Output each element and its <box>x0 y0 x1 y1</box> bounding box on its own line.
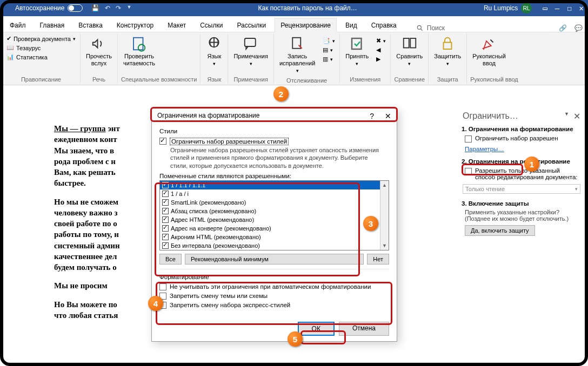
block-quickstyle-checkbox[interactable]: Запретить смену набора экспресс-стилей <box>159 301 389 310</box>
restrict-editing-checkbox[interactable]: Разрешить только указанный способ редакт… <box>462 166 582 182</box>
check-document-button[interactable]: ✔Проверка документа▾ <box>5 35 77 43</box>
minimize-icon[interactable]: — <box>555 4 559 12</box>
checkbox-icon[interactable] <box>162 199 169 206</box>
start-enforcement-button[interactable]: Да, включить защиту <box>465 225 535 236</box>
redo-icon[interactable]: ↷ <box>116 4 121 12</box>
previous-change-button[interactable]: ◀ <box>375 46 387 54</box>
editing-type-select[interactable]: Только чтение▾ <box>463 184 580 194</box>
cancel-button[interactable]: Отмена <box>339 322 389 336</box>
show-markup-button[interactable]: ▤▾ <box>322 46 336 54</box>
list-item[interactable]: SmartLink (рекомендовано) <box>160 198 389 207</box>
read-aloud-button[interactable]: Прочесть вслух <box>84 35 114 68</box>
styles-description: Ограничение набора разрешенных стилей ус… <box>170 146 389 170</box>
pane-close-icon[interactable]: ✕ <box>573 111 580 121</box>
tab-layout[interactable]: Макет <box>162 18 191 32</box>
group-label: Правописание <box>5 74 77 83</box>
tab-insert[interactable]: Вставка <box>73 18 108 32</box>
share-icon[interactable]: 🔗 <box>559 24 567 32</box>
pane-section-1: 1. Ограничения на форматирование <box>462 125 582 133</box>
tab-help[interactable]: Справка <box>366 18 402 32</box>
read-aloud-icon <box>91 36 107 52</box>
comments-icon[interactable]: 💬 <box>574 24 583 32</box>
quick-access-toolbar: 💾 ↶ ↷ ▼ <box>91 4 131 12</box>
list-item[interactable]: Адрес HTML (рекомендовано) <box>160 215 389 224</box>
list-item[interactable]: Без интервала (рекомендовано) <box>160 241 389 250</box>
reject-button[interactable]: ✖▾ <box>375 37 387 45</box>
autosave-toggle[interactable]: Автосохранение <box>15 4 83 12</box>
qat-dropdown-icon[interactable]: ▼ <box>126 4 131 12</box>
select-all-button[interactable]: Все <box>159 254 182 265</box>
list-item[interactable]: Абзац списка (рекомендовано) <box>160 207 389 215</box>
checkbox-icon[interactable] <box>162 208 169 214</box>
block-theme-checkbox[interactable]: Запретить смену темы или схемы <box>159 292 389 301</box>
list-item[interactable]: Акроним HTML (рекомендовано) <box>160 233 389 241</box>
formatting-settings-link[interactable]: Параметры… <box>465 146 504 152</box>
compare-button[interactable]: Сравнить▾ <box>394 35 425 68</box>
scroll-down-icon[interactable]: ▼ <box>380 241 389 250</box>
maximize-icon[interactable]: ☐ <box>567 4 571 12</box>
next-change-button[interactable]: ▶ <box>375 55 387 63</box>
checkbox-icon[interactable] <box>162 225 169 232</box>
checkbox-icon[interactable] <box>162 242 169 249</box>
pane-options-icon[interactable]: ▼ <box>564 111 569 121</box>
tab-mailings[interactable]: Рассылки <box>231 18 271 32</box>
tab-file[interactable]: Файл <box>4 18 31 32</box>
list-item[interactable]: Веб-таблица 1 <box>160 250 389 250</box>
ink-button[interactable]: Рукописный ввод <box>470 35 508 68</box>
display-for-review-button[interactable]: 📑▾ <box>322 37 336 45</box>
list-item[interactable]: Адрес на конверте (рекомендовано) <box>160 224 389 233</box>
checkbox-icon[interactable] <box>159 283 166 290</box>
checkbox-icon[interactable] <box>162 216 169 223</box>
select-none-button[interactable]: Нет <box>367 254 389 265</box>
close-icon[interactable]: ✕ <box>579 4 584 12</box>
tab-references[interactable]: Ссылки <box>195 18 228 32</box>
reviewing-pane-button[interactable]: ▥▾ <box>322 55 336 63</box>
tab-design[interactable]: Конструктор <box>111 18 159 32</box>
ok-button[interactable]: ОК <box>298 322 335 336</box>
enforce-hint: Применить указанные настройки? (Позднее … <box>462 208 582 223</box>
checkbox-icon[interactable] <box>162 182 169 188</box>
search-box[interactable]: Поиск <box>416 24 556 32</box>
limit-styles-checkbox[interactable]: Ограничить набор разрешенных стилей <box>159 137 389 146</box>
track-changes-button[interactable]: Запись исправлений▾ <box>277 35 317 75</box>
tab-home[interactable]: Главная <box>35 18 70 32</box>
list-item[interactable]: 1 / a / i <box>160 189 389 198</box>
window-controls: ▭ — ☐ ✕ <box>543 4 584 12</box>
group-speech: Прочесть вслух Речь <box>81 33 118 84</box>
thesaurus-button[interactable]: 📖Тезаурус <box>5 44 77 52</box>
checkbox-icon[interactable] <box>465 135 472 143</box>
callout-marker-2: 2 <box>273 86 289 101</box>
save-icon[interactable]: 💾 <box>91 4 99 12</box>
dialog-help-icon[interactable]: ? <box>370 112 374 120</box>
tab-view[interactable]: Вид <box>340 18 363 32</box>
autoformat-override-checkbox[interactable]: Не учитывать эти ограничения при автомат… <box>159 282 389 292</box>
checkbox-icon[interactable] <box>162 191 169 197</box>
user-avatar-icon[interactable]: RL <box>521 3 532 13</box>
undo-icon[interactable]: ↶ <box>105 4 110 12</box>
comments-button[interactable]: Примечания▾ <box>231 35 270 68</box>
chevron-down-icon: ▾ <box>575 186 578 192</box>
ribbon-options-icon[interactable]: ▭ <box>543 4 547 12</box>
group-protect: Защитить▾ Защита <box>429 33 467 84</box>
word-count-button[interactable]: 📊Статистика <box>5 53 77 61</box>
accept-button[interactable]: Принять▾ <box>343 35 371 68</box>
dialog-title-bar[interactable]: Ограничения на форматирование ? ✕ <box>152 109 397 124</box>
recommended-minimum-button[interactable]: Рекомендованный минимум <box>185 254 364 265</box>
scroll-up-icon[interactable]: ▲ <box>380 181 389 189</box>
account-area[interactable]: Ru Lumpics RL <box>484 3 532 13</box>
scrollbar[interactable]: ▲▼ <box>380 181 389 250</box>
checkbox-icon[interactable] <box>162 234 169 240</box>
styles-listbox[interactable]: 1 / 1.1 / 1.1.1 1 / a / i SmartLink (рек… <box>159 180 389 250</box>
checkbox-icon[interactable] <box>159 138 166 145</box>
language-button[interactable]: Язык▾ <box>204 35 224 68</box>
check-accessibility-button[interactable]: Проверить читаемость <box>121 35 157 68</box>
list-item[interactable]: 1 / 1.1 / 1.1.1 <box>160 181 389 189</box>
thesaurus-icon: 📖 <box>6 44 14 51</box>
tab-review[interactable]: Рецензирование <box>275 18 337 32</box>
lock-icon <box>439 36 456 52</box>
protect-button[interactable]: Защитить▾ <box>432 35 463 68</box>
checkbox-icon[interactable] <box>465 168 472 175</box>
limit-formatting-checkbox[interactable]: Ограничить набор разрешен <box>462 133 582 144</box>
dialog-close-icon[interactable]: ✕ <box>385 112 391 120</box>
toggle-switch-icon[interactable] <box>68 4 83 12</box>
